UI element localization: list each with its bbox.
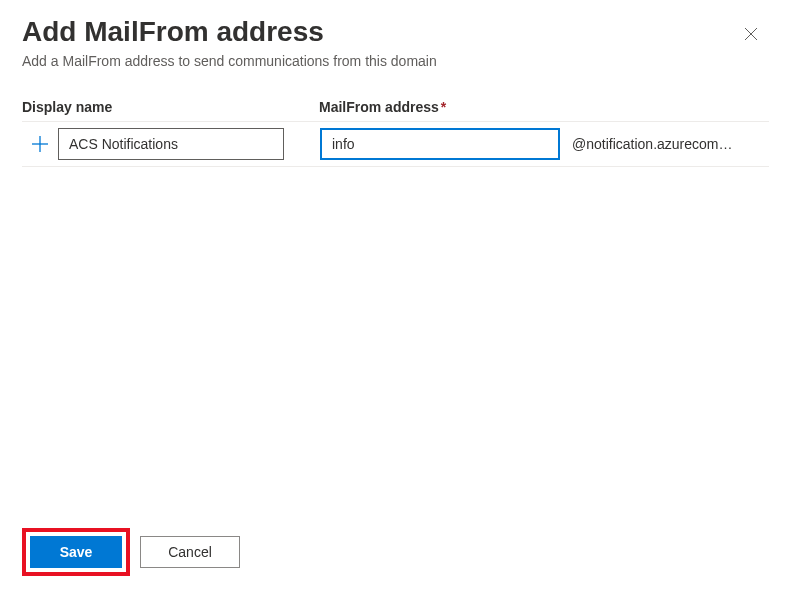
mailfrom-label-text: MailFrom address bbox=[319, 99, 439, 115]
display-name-label: Display name bbox=[22, 99, 319, 115]
close-icon bbox=[743, 26, 759, 42]
required-indicator: * bbox=[441, 99, 446, 115]
dialog-title: Add MailFrom address bbox=[22, 15, 769, 49]
domain-suffix: @notification.azurecom… bbox=[572, 136, 733, 152]
form-area: Display name MailFrom address* @notifica… bbox=[0, 79, 791, 167]
labels-row: Display name MailFrom address* bbox=[22, 99, 769, 115]
add-row-button[interactable] bbox=[22, 135, 58, 153]
display-name-input[interactable] bbox=[58, 128, 284, 160]
dialog-header: Add MailFrom address Add a MailFrom addr… bbox=[0, 0, 791, 79]
save-button[interactable]: Save bbox=[30, 536, 122, 568]
inputs-row: @notification.azurecom… bbox=[22, 121, 769, 167]
save-button-highlight: Save bbox=[22, 528, 130, 576]
dialog-footer: Save Cancel bbox=[22, 528, 240, 576]
mailfrom-input[interactable] bbox=[320, 128, 560, 160]
cancel-button[interactable]: Cancel bbox=[140, 536, 240, 568]
close-button[interactable] bbox=[741, 24, 761, 44]
dialog-subtitle: Add a MailFrom address to send communica… bbox=[22, 53, 769, 69]
plus-icon bbox=[31, 135, 49, 153]
mailfrom-label: MailFrom address* bbox=[319, 99, 446, 115]
